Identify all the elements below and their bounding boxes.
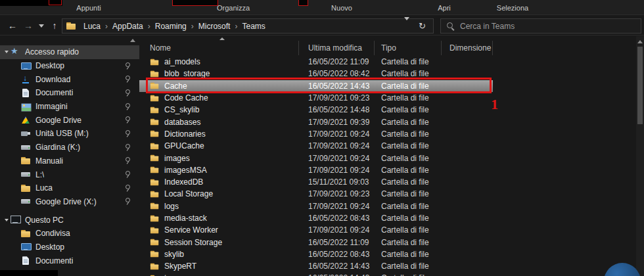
forward-icon[interactable]: → [21,18,35,33]
file-row[interactable]: CS_skylib16/05/2022 14:48Cartella di fil… [139,104,493,116]
navigation-pane: Accesso rapidoDesktopDownloadDocumentiIm… [0,36,139,276]
file-name: databases [164,118,200,127]
recent-locations-chevron-icon[interactable] [34,18,49,33]
file-row[interactable]: skylib16/05/2022 08:43Cartella di file [139,248,493,260]
doc-icon [21,256,31,265]
file-row[interactable]: databases17/09/2021 09:39Cartella di fil… [139,116,493,127]
sidebar-item-desktop[interactable]: Desktop [0,59,139,73]
file-row[interactable]: Dictionaries17/09/2021 09:24Cartella di … [139,128,493,140]
file-name: IndexedDB [164,177,203,187]
sidebar-item-giardina-k[interactable]: Giardina (K:) [0,141,139,154]
vertical-scrollbar[interactable] [636,36,644,276]
file-row[interactable]: IndexedDB15/11/2021 09:03Cartella di fil… [139,176,493,188]
file-type: Cartella di file [375,250,442,259]
sidebar-item-label: Download [35,75,70,84]
ribbon-group-seleziona[interactable]: Seleziona [497,4,528,12]
file-row[interactable]: ai_models16/05/2022 11:09Cartella di fil… [139,56,493,68]
back-icon[interactable]: ← [5,18,20,33]
column-header-dimensione[interactable]: Dimensione [442,41,493,55]
sidebar-item-l[interactable]: L:\ [0,168,139,181]
breadcrumb-item[interactable]: Roaming [152,22,189,31]
ribbon-group-nuovo[interactable]: Nuovo [331,4,352,12]
search-box[interactable] [440,18,641,34]
breadcrumb-item[interactable]: Teams [239,22,267,31]
file-row[interactable]: Local Storage17/09/2021 09:23Cartella di… [139,188,493,200]
column-header-tipo[interactable]: Tipo [375,41,442,55]
sidebar-item-label: Unità USB (M:) [35,129,89,138]
file-row[interactable]: SkypeRT16/05/2022 14:43Cartella di file [139,260,493,272]
file-name: images [164,154,190,163]
file-type: Cartella di file [375,129,442,139]
file-row[interactable]: media-stack16/05/2022 08:43Cartella di f… [139,212,493,224]
file-name-cell: IndexedDB [139,177,299,187]
scrollbar-thumb[interactable] [637,47,643,124]
ribbon-group-apri[interactable]: Apri [438,4,451,12]
sidebar-item-luca[interactable]: Luca [0,181,139,195]
file-modified: 17/09/2021 09:24 [299,154,375,163]
sidebar-item-desktop[interactable]: Desktop [0,241,139,254]
sidebar-item-google-drive[interactable]: Google Drive [0,113,139,127]
file-row[interactable]: GPUCache17/09/2021 09:24Cartella di file [139,140,493,152]
sidebar-item-google-drive-x[interactable]: Google Drive (X:) [0,195,139,209]
file-name: Code Cache [164,93,208,103]
file-type: Cartella di file [375,166,442,175]
sidebar-scroll-up-icon[interactable] [130,39,135,42]
sidebar-item-manuali[interactable]: Manuali [0,154,139,168]
pin-icon [124,185,131,192]
sidebar-item-documenti[interactable]: Documenti [0,86,139,100]
sidebar-item-download[interactable]: Download [0,72,139,86]
folder-icon [150,178,159,185]
ribbon-group-organizza[interactable]: Organizza [217,4,250,12]
breadcrumb: Luca›AppData›Roaming›Microsoft›Teams [81,22,398,31]
folder-icon [150,202,159,210]
file-type: Cartella di file [375,225,442,235]
file-row[interactable]: imagesMSA17/09/2021 09:24Cartella di fil… [139,164,493,176]
column-header-nome[interactable]: Nome [139,41,299,55]
sidebar-item-label: Immagini [35,102,68,111]
address-bar[interactable]: Luca›AppData›Roaming›Microsoft›Teams ↻ [62,18,434,34]
breadcrumb-item[interactable]: Luca [81,22,103,31]
breadcrumb-item[interactable]: Microsoft [196,22,233,31]
chevron-down-icon[interactable] [3,219,11,221]
column-header-ultima-modifica[interactable]: Ultima modifica [299,41,375,55]
chevron-down-icon[interactable] [3,51,11,53]
sidebar-item-documenti[interactable]: Documenti [0,254,139,267]
file-row[interactable]: images17/09/2021 09:24Cartella di file [139,152,493,164]
scroll-up-icon[interactable] [637,40,643,43]
file-modified: 17/09/2021 09:24 [299,166,375,175]
file-name: Local Storage [164,189,213,198]
sidebar-item-unit-usb-m[interactable]: Unità USB (M:) [0,127,139,141]
sidebar-item-immagini[interactable]: Immagini [0,100,139,114]
pic-icon [21,103,31,111]
breadcrumb-separator: › [146,22,152,31]
drive-icon [21,170,31,179]
sidebar-item-condivisa[interactable]: Condivisa [0,227,139,241]
address-history-chevron-icon[interactable] [398,20,415,32]
file-type: Cartella di file [375,202,442,211]
ribbon-group-appunti[interactable]: Appunti [76,4,101,12]
file-row[interactable]: tmp16/05/2022 14:43Cartella di file [139,272,493,276]
sort-ascending-icon [219,37,225,40]
search-input[interactable] [460,22,635,31]
sidebar-item-label: Manuali [35,156,63,166]
file-type: Cartella di file [375,93,442,103]
folder-icon [21,229,31,238]
file-type: Cartella di file [375,262,442,271]
file-row[interactable]: Session Storage16/05/2022 11:09Cartella … [139,236,493,248]
sidebar-item-questo-pc[interactable]: Questo PC [0,213,139,227]
sidebar-item-accesso-rapido[interactable]: Accesso rapido [0,45,139,59]
folder-icon [150,94,159,101]
up-icon[interactable]: ↑ [47,18,62,33]
file-modified: 17/09/2021 09:24 [299,141,375,150]
refresh-icon[interactable]: ↻ [415,21,429,31]
folder-icon [21,184,31,193]
breadcrumb-item[interactable]: AppData [110,22,146,31]
file-modified: 16/05/2022 11:09 [299,57,375,66]
file-row[interactable]: Code Cache17/09/2021 09:23Cartella di fi… [139,92,493,104]
sidebar-item-label: L:\ [35,170,44,179]
gdrive-icon [21,116,31,124]
annotation-step-number: 1 [491,96,498,113]
file-row[interactable]: logs17/09/2021 09:24Cartella di file [139,200,493,212]
file-row[interactable]: Service Worker17/09/2021 09:24Cartella d… [139,224,493,236]
folder-icon [150,106,159,114]
